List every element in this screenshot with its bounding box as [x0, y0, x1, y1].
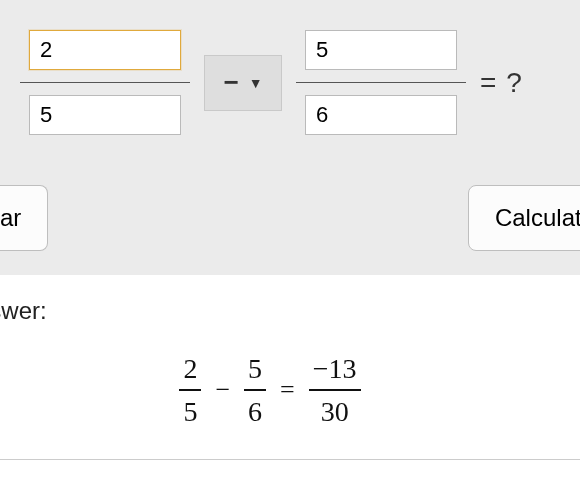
answer-equals: =: [280, 375, 295, 405]
answer-fraction-1: 2 5: [179, 351, 201, 429]
fraction-2: [296, 30, 466, 135]
answer-operator: −: [215, 375, 230, 405]
fraction-row: − ▼ = ?: [0, 30, 580, 135]
answer-expression: 2 5 − 5 6 = −13 30: [0, 351, 580, 429]
answer-label: Answer:: [0, 297, 580, 325]
question-mark: ?: [506, 67, 522, 99]
calculate-button[interactable]: Calculate: [468, 185, 580, 251]
answer-fraction-2: 5 6: [244, 351, 266, 429]
fraction-1: [20, 30, 190, 135]
input-panel: − ▼ = ?: [0, 0, 580, 185]
answer-panel: Answer: 2 5 − 5 6 = −13 30: [0, 275, 580, 460]
equals-sign: =: [480, 67, 496, 99]
button-row: Clear Calculate: [0, 185, 580, 275]
operator-select[interactable]: − ▼: [204, 55, 282, 111]
fraction-1-bar: [20, 82, 190, 83]
clear-button[interactable]: Clear: [0, 185, 48, 251]
equals-question: = ?: [480, 67, 522, 99]
fraction-2-numerator[interactable]: [305, 30, 457, 70]
fraction-2-bar: [296, 82, 466, 83]
chevron-down-icon: ▼: [249, 75, 263, 91]
fraction-2-denominator[interactable]: [305, 95, 457, 135]
operator-value: −: [223, 67, 238, 98]
fraction-1-denominator[interactable]: [29, 95, 181, 135]
answer-result-fraction: −13 30: [309, 351, 361, 429]
fraction-1-numerator[interactable]: [29, 30, 181, 70]
